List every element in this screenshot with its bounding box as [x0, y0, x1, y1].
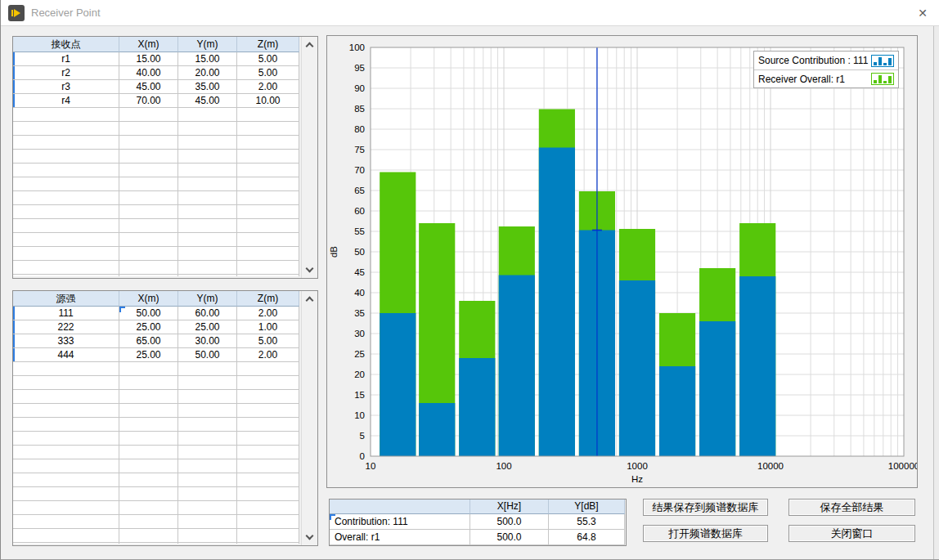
table-cell[interactable]: 65.00	[119, 334, 178, 348]
table-cell[interactable]: 20.00	[178, 66, 237, 80]
table-cell[interactable]: r2	[13, 66, 119, 80]
svg-text:100000: 100000	[888, 461, 917, 471]
legend-item-contribution[interactable]: Source Contribution : 111	[754, 52, 898, 69]
y-col-header: Y(m)	[178, 291, 237, 307]
receiver-table: 接收点 X(m) Y(m) Z(m) r1 15.00 15.00 5.00 r…	[13, 37, 299, 108]
svg-text:10: 10	[354, 410, 365, 420]
svg-text:85: 85	[354, 104, 365, 114]
svg-text:90: 90	[354, 83, 365, 93]
svg-text:Hz: Hz	[631, 474, 643, 484]
readout-cell[interactable]: 500.0	[470, 514, 549, 530]
svg-text:0: 0	[360, 451, 365, 461]
svg-text:70: 70	[354, 165, 365, 175]
readout-cell[interactable]: 500.0	[470, 530, 549, 545]
x-col-header: X(m)	[119, 37, 178, 52]
table-cell[interactable]: 45.00	[119, 80, 178, 94]
table-cell[interactable]: 30.00	[178, 334, 237, 348]
table-cell[interactable]: 15.00	[119, 52, 178, 66]
close-icon[interactable]: ✕	[909, 0, 937, 26]
bar-plot-style-icon	[871, 55, 894, 67]
svg-text:1000: 1000	[627, 461, 648, 471]
scroll-down-icon[interactable]	[306, 532, 314, 540]
svg-text:35: 35	[354, 308, 365, 318]
svg-text:25: 25	[354, 349, 365, 359]
table-cell[interactable]: 2.00	[237, 80, 299, 94]
table-cell[interactable]: 2.00	[237, 307, 299, 320]
table-cell[interactable]: 444	[13, 348, 119, 362]
table-cell[interactable]: 2.00	[237, 348, 299, 362]
readout-cell[interactable]: 55.3	[549, 514, 625, 530]
bar-plot-style-icon	[871, 73, 894, 85]
z-col-header: Z(m)	[237, 37, 299, 52]
source-table: 源强 X(m) Y(m) Z(m) 111 50.00 60.00 2.00 2…	[13, 291, 299, 362]
svg-text:60: 60	[354, 206, 365, 216]
readout-cell[interactable]: 64.8	[549, 530, 625, 545]
readout-y-header: Y[dB]	[549, 500, 625, 514]
table-cell[interactable]: 10.00	[237, 94, 299, 108]
table-cell[interactable]: 25.00	[119, 348, 178, 362]
receiver-table-scrollbar[interactable]	[301, 37, 317, 278]
table-cell[interactable]: 5.00	[237, 334, 299, 348]
table-cell[interactable]: 1.00	[237, 320, 299, 334]
table-cell[interactable]: 25.00	[178, 320, 237, 334]
svg-text:10000: 10000	[757, 461, 784, 471]
receiver-point-window: Receiver Point ✕ 接收点 X(m) Y(m) Z(m) r1 1…	[0, 0, 939, 560]
cursor-readout-table: X[Hz] Y[dB] Contribution: 111 500.0 55.3…	[330, 500, 625, 545]
table-cell[interactable]: 40.00	[119, 66, 178, 80]
table-cell[interactable]: 50.00	[178, 348, 237, 362]
table-cell[interactable]: 15.00	[178, 52, 237, 66]
empty-rows	[13, 362, 299, 544]
table-cell[interactable]: 70.00	[119, 94, 178, 108]
window-right-edge	[933, 26, 939, 559]
window-title: Receiver Point	[31, 0, 101, 26]
svg-text:80: 80	[354, 124, 365, 134]
table-cell[interactable]: r1	[13, 52, 119, 66]
scroll-up-icon[interactable]	[306, 43, 314, 51]
svg-text:40: 40	[354, 288, 365, 298]
table-cell[interactable]: r3	[13, 80, 119, 94]
labview-app-icon	[8, 5, 25, 21]
close-window-button[interactable]: 关闭窗口	[788, 525, 915, 542]
svg-text:55: 55	[354, 226, 365, 236]
svg-text:20: 20	[354, 370, 365, 379]
open-spectrum-db-button[interactable]: 打开频谱数据库	[643, 525, 768, 542]
svg-text:50: 50	[354, 247, 365, 257]
table-cell[interactable]: 5.00	[237, 66, 299, 80]
x-col-header: X(m)	[119, 291, 178, 307]
svg-text:75: 75	[354, 145, 365, 155]
table-cell[interactable]: 111	[13, 307, 119, 320]
source-table-panel: 源强 X(m) Y(m) Z(m) 111 50.00 60.00 2.00 2…	[12, 290, 318, 546]
spectrum-plot[interactable]: 0510152025303540455055606570758085909510…	[327, 36, 917, 487]
scroll-up-icon[interactable]	[306, 297, 314, 305]
table-cell[interactable]: 5.00	[237, 52, 299, 66]
empty-rows	[13, 108, 299, 276]
table-cell[interactable]: 35.00	[178, 80, 237, 94]
readout-cell[interactable]: Contribution: 111	[330, 514, 470, 530]
source-table-scrollbar[interactable]	[301, 291, 317, 545]
svg-text:15: 15	[354, 390, 365, 400]
svg-text:10: 10	[366, 461, 376, 471]
receiver-col-header: 接收点	[13, 37, 119, 52]
table-cell[interactable]: 333	[13, 334, 119, 348]
spectrum-chart-panel: 0510152025303540455055606570758085909510…	[326, 35, 918, 488]
y-col-header: Y(m)	[178, 37, 237, 52]
svg-text:100: 100	[349, 43, 365, 52]
svg-text:30: 30	[354, 329, 365, 338]
z-col-header: Z(m)	[237, 291, 299, 307]
receiver-table-panel: 接收点 X(m) Y(m) Z(m) r1 15.00 15.00 5.00 r…	[12, 36, 318, 279]
legend-label: Source Contribution : 111	[758, 55, 871, 66]
legend-item-overall[interactable]: Receiver Overall: r1	[754, 69, 898, 87]
table-cell[interactable]: 60.00	[178, 307, 237, 320]
table-cell[interactable]: 222	[13, 320, 119, 334]
cursor-readout-panel: X[Hz] Y[dB] Contribution: 111 500.0 55.3…	[329, 499, 627, 546]
readout-cell[interactable]: Overall: r1	[330, 530, 470, 545]
table-cell[interactable]: 25.00	[119, 320, 178, 334]
save-all-results-button[interactable]: 保存全部结果	[788, 499, 915, 516]
table-cell[interactable]: 45.00	[178, 94, 237, 108]
save-results-to-spectrum-db-button[interactable]: 结果保存到频谱数据库	[643, 499, 768, 516]
table-cell[interactable]: r4	[13, 94, 119, 108]
table-cell-selected[interactable]: 50.00	[119, 307, 178, 320]
scroll-down-icon[interactable]	[306, 265, 314, 273]
svg-text:45: 45	[354, 267, 365, 277]
chart-legend: Source Contribution : 111 Receiver Overa…	[753, 51, 899, 88]
